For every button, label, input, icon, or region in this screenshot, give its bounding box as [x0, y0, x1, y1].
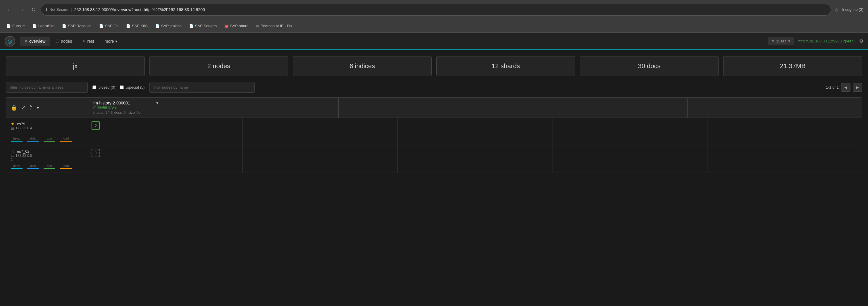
- star-es7-02[interactable]: ☆: [11, 149, 14, 154]
- node-row-es79: ★ es79 🖴 172.22.0.4 ⤵ heap: [6, 118, 862, 145]
- metric-load-bar-es79: [60, 141, 72, 142]
- stat-size: 21.37MB: [723, 56, 862, 76]
- tab-nodes[interactable]: ☰ nodes: [51, 37, 76, 46]
- bookmark-pearson-vue-label: Pearson VUE - Da...: [260, 24, 295, 28]
- back-button[interactable]: ←: [5, 4, 14, 14]
- node-name-es7-02: es7_02: [17, 149, 30, 154]
- bookmark-sap-servers[interactable]: 📄 SAP Servers: [186, 23, 220, 29]
- app-header: ◎ ⊕ overview ☰ nodes ✎ rest more ▾ ↻ 15s…: [0, 33, 868, 50]
- metric-disk-bar-es79: [27, 141, 39, 142]
- bookmark-funsite[interactable]: 📄 Funsite: [3, 23, 28, 29]
- role-icon-es7-02: ⤵: [11, 158, 12, 162]
- metric-heap-es79: heap: [11, 136, 23, 142]
- reload-button[interactable]: ↻: [29, 4, 38, 15]
- tab-rest-icon: ✎: [83, 39, 85, 43]
- metric-heap-label-es79: heap: [13, 136, 20, 140]
- node-name-row-es79: ★ es79: [11, 121, 83, 126]
- address-bar[interactable]: ℹ Not Secure | 252.168.33.12:9000/#/over…: [41, 4, 831, 16]
- tab-overview[interactable]: ⊕ overview: [20, 37, 50, 46]
- stats-row: jx 2 nodes 6 indices 12 shards 30 docs 2…: [6, 56, 862, 76]
- nodes-filter-input[interactable]: [150, 82, 255, 93]
- grid-dropdown-icon[interactable]: ▼: [36, 105, 40, 110]
- bookmark-sap-jenkins[interactable]: 📄 SAP jenkins: [152, 23, 185, 29]
- node-role-es79: ⤵: [11, 130, 83, 134]
- alias-value: ilm-history-2: [97, 105, 116, 110]
- pagination: 1-1 of 1 ◀ ▶: [826, 83, 862, 92]
- tab-more[interactable]: more ▾: [100, 37, 122, 46]
- shard-cell-es7-02-3: [398, 145, 553, 173]
- metric-cpu-bar-es79: [43, 141, 55, 142]
- shard-cell-es7-02-4: [553, 145, 707, 173]
- metric-load-label-es7-02: load: [63, 164, 69, 167]
- closed-checkbox[interactable]: [92, 85, 96, 89]
- shard-cell-es79-5: [708, 118, 862, 145]
- refresh-icon: ↻: [771, 39, 774, 43]
- bookmark-sap-resouce-label: SAP Resouce: [68, 24, 92, 28]
- bookmark-sap-share-icon: 🐙: [224, 24, 229, 28]
- metric-heap-es7-02: heap: [11, 164, 23, 169]
- metric-load-bar-es7-02: [60, 168, 72, 169]
- col-header-2: [164, 98, 339, 118]
- metric-cpu-bar-es7-02: [43, 168, 55, 169]
- not-secure-label: Not Secure: [50, 7, 68, 12]
- special-checkbox[interactable]: [120, 85, 124, 89]
- index-dropdown-icon[interactable]: ▼: [155, 101, 159, 105]
- bookmark-sap-git-label: SAP Git: [105, 24, 119, 28]
- ip-value-es79: 172.22.0.4: [16, 126, 32, 130]
- shard-cell-es7-02-2: [243, 145, 398, 173]
- stat-size-value: 21.37MB: [780, 62, 806, 70]
- node-row-es7-02: ☆ es7_02 🖴 172.22.0.5 ⤵ heap: [6, 145, 862, 173]
- metric-cpu-label-es7-02: cpu: [47, 164, 52, 167]
- bookmark-learnsite[interactable]: 📄 LearnSite: [30, 23, 58, 29]
- bookmark-sap-k8s[interactable]: 📄 SAP K8S: [123, 23, 151, 29]
- star-es79[interactable]: ★: [11, 121, 14, 126]
- closed-checkbox-label[interactable]: closed (0): [92, 85, 115, 90]
- node-info-es7-02: ☆ es7_02 🖴 172.22.0.5 ⤵ heap: [6, 145, 88, 173]
- tab-more-label: more ▾: [105, 39, 117, 43]
- metric-heap-label-es7-02: heap: [13, 164, 20, 167]
- sort-icon[interactable]: A Z: [30, 105, 32, 111]
- shard-badge-dashed-es7-02-1: 0: [92, 149, 100, 157]
- tab-rest-label: rest: [87, 39, 94, 43]
- grid-area: 🔓 ⤢ A Z ▼ ilm-history-2-000001 ▼ 🏷 ilm-h…: [6, 97, 862, 173]
- refresh-control[interactable]: ↻ 15sec ▾: [768, 37, 794, 45]
- stat-nodes-value: 2 nodes: [207, 62, 230, 70]
- pagination-label: 1-1 of 1: [826, 85, 839, 90]
- shard-cell-es79-4: [553, 118, 707, 145]
- stat-shards-value: 12 shards: [492, 62, 520, 70]
- tab-nodes-icon: ☰: [56, 39, 59, 43]
- bookmark-pearson-vue[interactable]: ⊞ Pearson VUE - Da...: [253, 23, 298, 29]
- bookmark-sap-resouce[interactable]: 📄 SAP Resouce: [59, 23, 94, 29]
- index-shards-info: shards: 1 * 2| docs: 0 | size: 0b: [93, 111, 159, 115]
- node-info-es79: ★ es79 🖴 172.22.0.4 ⤵ heap: [6, 118, 88, 145]
- node-name-es79: es79: [17, 122, 25, 126]
- filter-row: closed (0) .special (5) 1-1 of 1 ◀ ▶: [6, 82, 862, 93]
- stat-cluster-value: jx: [73, 62, 78, 70]
- special-checkbox-label[interactable]: .special (5): [120, 85, 145, 90]
- bookmark-star-icon[interactable]: ☆: [834, 6, 839, 13]
- lock-icon[interactable]: 🔓: [11, 104, 17, 111]
- stat-docs: 30 docs: [580, 56, 719, 76]
- indices-filter-input[interactable]: [6, 82, 88, 93]
- settings-icon[interactable]: ⚙: [859, 38, 863, 44]
- bookmark-sap-servers-icon: 📄: [189, 24, 194, 28]
- bookmark-sap-git[interactable]: 📄 SAP Git: [96, 23, 121, 29]
- tab-overview-label: overview: [29, 39, 45, 43]
- index-info-block: ilm-history-2-000001 ▼ 🏷 ilm-history-2 s…: [88, 98, 164, 118]
- bookmarks-bar: 📄 Funsite 📄 LearnSite 📄 SAP Resouce 📄 SA…: [0, 19, 868, 33]
- tab-overview-icon: ⊕: [25, 39, 28, 43]
- bookmark-sap-servers-label: SAP Servers: [195, 24, 217, 28]
- metric-disk-bar-es7-02: [27, 168, 39, 169]
- bookmark-sap-share[interactable]: 🐙 SAP-share: [221, 23, 251, 29]
- expand-icon[interactable]: ⤢: [21, 104, 26, 111]
- logo-icon: ◎: [8, 38, 12, 44]
- bookmark-sap-k8s-icon: 📄: [126, 24, 130, 28]
- forward-button[interactable]: →: [17, 4, 26, 14]
- node-name-row-es7-02: ☆ es7_02: [11, 149, 83, 154]
- metric-heap-bar-es7-02: [11, 168, 23, 169]
- app-logo: ◎: [5, 36, 15, 47]
- next-page-button[interactable]: ▶: [853, 83, 862, 92]
- prev-page-button[interactable]: ◀: [841, 83, 850, 92]
- server-url: http://192.168.33.12:9200 [green]: [798, 39, 855, 43]
- tab-rest[interactable]: ✎ rest: [78, 37, 98, 46]
